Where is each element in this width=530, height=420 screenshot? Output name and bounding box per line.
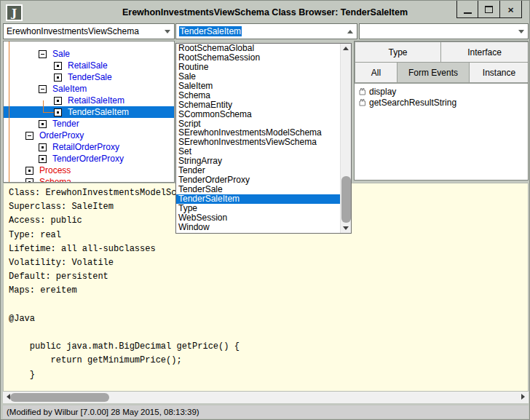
tab-instance[interactable]: Instance bbox=[469, 62, 529, 83]
class-list-item-rootschemasession[interactable]: RootSchemaSession bbox=[176, 53, 351, 63]
status-bar: (Modified by Wilbur [7.0.00] 28 May 2015… bbox=[3, 405, 529, 419]
method-list: displaygetSearchResultString bbox=[355, 83, 528, 180]
class-tree-panel: SaleRetailSaleTenderSaleSaleItemRetailSa… bbox=[3, 41, 175, 183]
chevron-up-icon[interactable] bbox=[347, 30, 353, 33]
class-list-item-tender[interactable]: Tender bbox=[176, 166, 351, 175]
class-combobox[interactable]: TenderSaleItem bbox=[175, 23, 357, 39]
class-list-item-type[interactable]: Type bbox=[176, 204, 351, 213]
tree-leaf-icon[interactable] bbox=[54, 97, 62, 105]
class-list-item-rootschemaglobal[interactable]: RootSchemaGlobal bbox=[176, 44, 351, 53]
tab-interface[interactable]: Interface bbox=[440, 41, 529, 63]
scroll-down-icon[interactable] bbox=[343, 226, 349, 230]
class-list-item-sale[interactable]: Sale bbox=[176, 72, 351, 82]
tree-collapse-toggle[interactable] bbox=[39, 50, 47, 58]
class-list-item-tendersaleitem[interactable]: TenderSaleItem bbox=[176, 194, 340, 204]
chevron-down-icon[interactable] bbox=[518, 30, 524, 33]
minimize-icon bbox=[464, 12, 472, 14]
method-icon bbox=[358, 98, 366, 106]
method-icon bbox=[358, 87, 366, 95]
close-icon: × bbox=[507, 4, 513, 14]
window-controls: × bbox=[456, 0, 522, 18]
class-list-item-scommonschema[interactable]: SCommonSchema bbox=[176, 110, 351, 119]
editor-hscrollbar[interactable] bbox=[3, 392, 529, 403]
dropdown-scrollbar-thumb[interactable] bbox=[341, 176, 351, 223]
close-button[interactable]: × bbox=[500, 0, 522, 18]
dropdown-scrollbar[interactable] bbox=[340, 44, 351, 233]
tree-leaf-icon[interactable] bbox=[54, 62, 62, 70]
scroll-up-icon[interactable] bbox=[343, 47, 349, 50]
tree-connector-line bbox=[43, 66, 55, 66]
tree-item-orderproxy[interactable]: OrderProxy bbox=[39, 130, 84, 140]
tree-connector-line bbox=[43, 58, 44, 77]
method-name: display bbox=[369, 87, 396, 97]
tree-connector-line bbox=[30, 159, 39, 159]
selected-path-line bbox=[9, 41, 9, 183]
method-item-getsearchresultstring[interactable]: getSearchResultString bbox=[355, 97, 528, 108]
tree-connector-line bbox=[30, 139, 31, 159]
class-list-item-schemaentity[interactable]: SchemaEntity bbox=[176, 100, 351, 110]
method-item-display[interactable]: display bbox=[355, 86, 528, 97]
tree-item-tendersale[interactable]: TenderSale bbox=[68, 72, 112, 82]
class-list-item-script[interactable]: Script bbox=[176, 119, 351, 129]
tree-connector-line bbox=[15, 170, 25, 171]
tree-connector-line bbox=[15, 135, 25, 136]
class-combobox-value: TenderSaleItem bbox=[179, 26, 242, 36]
tree-item-schema[interactable]: Schema bbox=[39, 177, 71, 183]
class-list-item-serewhoninvestmentsmodelschema[interactable]: SErewhonInvestmentsModelSchema bbox=[176, 128, 351, 138]
tree-leaf-icon[interactable] bbox=[39, 120, 47, 128]
tree-item-retailsaleitem[interactable]: RetailSaleItem bbox=[68, 95, 124, 106]
class-list-item-window[interactable]: Window bbox=[176, 223, 351, 232]
tree-leaf-icon[interactable] bbox=[39, 143, 47, 151]
class-list-item-routine[interactable]: Routine bbox=[176, 63, 351, 72]
class-list-item-stringarray[interactable]: StringArray bbox=[176, 156, 351, 166]
tree-connector-line bbox=[30, 147, 39, 148]
schema-combobox[interactable]: ErewhonInvestmentsViewSchema bbox=[3, 23, 175, 39]
class-list-item-saleitem[interactable]: SaleItem bbox=[176, 82, 351, 91]
tree-item-sale[interactable]: Sale bbox=[52, 49, 70, 59]
class-list-item-tendersale[interactable]: TenderSale bbox=[176, 185, 351, 194]
class-list-item-set[interactable]: Set bbox=[176, 147, 351, 156]
tab-all[interactable]: All bbox=[355, 62, 398, 83]
methods-panel: TypeInterfaceAllForm EventsInstance disp… bbox=[354, 41, 529, 181]
tree-item-saleitem[interactable]: SaleItem bbox=[52, 84, 87, 94]
tree-item-retailsale[interactable]: RetailSale bbox=[68, 60, 108, 71]
tree-connector-line bbox=[43, 92, 44, 100]
scroll-right-icon[interactable] bbox=[521, 394, 525, 400]
tree-leaf-icon[interactable] bbox=[25, 167, 33, 175]
method-combobox[interactable] bbox=[359, 23, 529, 39]
tree-connector-line bbox=[43, 77, 55, 78]
tree-collapse-toggle[interactable] bbox=[39, 85, 47, 93]
tree-leaf-icon[interactable] bbox=[54, 108, 62, 116]
tree-collapse-toggle[interactable] bbox=[25, 132, 33, 140]
title-bar: J ErewhonInvestmentsViewSchema Class Bro… bbox=[3, 3, 527, 23]
class-dropdown-list: RootSchemaGlobalRootSchemaSessionRoutine… bbox=[175, 43, 352, 234]
chevron-down-icon[interactable] bbox=[165, 30, 170, 33]
class-list-item-tenderorderproxy[interactable]: TenderOrderProxy bbox=[176, 175, 351, 185]
tab-type[interactable]: Type bbox=[355, 41, 441, 63]
method-name: getSearchResultString bbox=[369, 98, 456, 108]
class-list-item-serewhoninvestmentsviewschema[interactable]: SErewhonInvestmentsViewSchema bbox=[176, 138, 351, 147]
tree-item-retailorderproxy[interactable]: RetailOrderProxy bbox=[52, 142, 119, 152]
schema-combobox-value: ErewhonInvestmentsViewSchema bbox=[7, 26, 139, 36]
class-list-item-schema[interactable]: Schema bbox=[176, 91, 351, 100]
tree-item-process[interactable]: Process bbox=[39, 165, 71, 175]
minimize-button[interactable] bbox=[456, 0, 478, 18]
tree-connector-line bbox=[33, 89, 39, 90]
tab-form-events[interactable]: Form Events bbox=[397, 62, 470, 83]
maximize-icon bbox=[485, 6, 493, 13]
maximize-button[interactable] bbox=[478, 0, 500, 18]
class-list-item-websession[interactable]: WebSession bbox=[176, 213, 351, 223]
tree-leaf-icon[interactable] bbox=[54, 74, 62, 82]
tree-leaf-icon[interactable] bbox=[39, 155, 47, 163]
selected-path-line bbox=[43, 112, 55, 113]
status-text: (Modified by Wilbur [7.0.00] 28 May 2015… bbox=[7, 408, 199, 416]
tree-item-tenderorderproxy[interactable]: TenderOrderProxy bbox=[52, 154, 124, 164]
tree-item-tendersaleitem[interactable]: TenderSaleItem bbox=[68, 107, 129, 117]
tree-connector-line bbox=[33, 124, 39, 124]
tree-connector-line bbox=[33, 54, 39, 55]
selected-path-line bbox=[43, 100, 44, 112]
tree-connector-line bbox=[15, 41, 16, 182]
tree-connector-line bbox=[43, 100, 55, 101]
tree-item-tender[interactable]: Tender bbox=[52, 119, 79, 129]
hscrollbar-thumb[interactable] bbox=[10, 393, 109, 402]
